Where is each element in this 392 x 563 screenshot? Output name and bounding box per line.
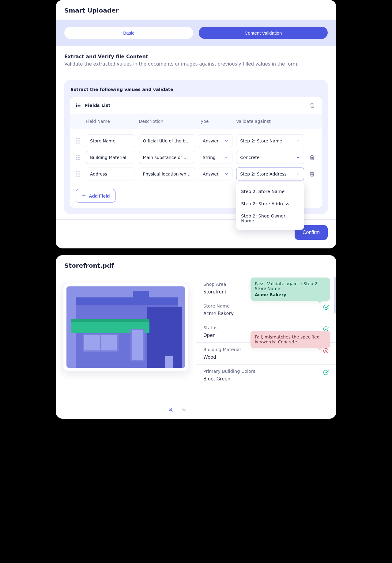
extract-panel: Extract the following values and validat… [64,80,328,214]
chevron-down-icon [296,139,300,143]
pass-callout-highlight: Acme Bakery [255,292,326,297]
svg-point-0 [76,104,77,104]
plus-icon [81,193,86,198]
chevron-down-icon [224,139,228,143]
validate-select[interactable]: Concrete [236,151,304,164]
doc-header: Storefront.pdf [56,255,336,275]
pass-callout-text: Pass, Validate againt : Step 2: Store Na… [255,281,319,291]
doc-thumbnail[interactable] [63,283,188,371]
fail-callout-text: Fail, mismatches the specified keywords:… [255,334,320,344]
doc-split: Pass, Validate againt : Step 2: Store Na… [56,275,336,419]
delete-row-button[interactable] [308,170,316,178]
dropdown-option[interactable]: Step 2: Store Address [236,198,304,210]
field-description-input[interactable]: Physical location where… [139,168,195,180]
dropdown-option[interactable]: Step 2: Store Name [236,185,304,198]
results-pane: Pass, Validate againt : Step 2: Store Na… [196,275,336,419]
panel-title: Extract the following values and validat… [70,87,322,92]
doc-title: Storefront.pdf [64,262,328,269]
tab-basic[interactable]: Basic [64,27,193,39]
x-circle-icon [323,348,329,354]
add-field-button[interactable]: Add Field [76,189,115,202]
trash-icon [309,171,315,177]
validate-select[interactable]: Step 2: Store Name [236,134,304,147]
col-field-name: Field Name [86,119,135,124]
fields-rows: Store Name Official title of the busi… A… [70,129,322,186]
check-circle-icon [323,304,329,310]
fields-columns: . Field Name Description Type Validate a… [70,114,322,129]
chevron-down-icon [296,172,300,176]
svg-line-12 [185,410,186,411]
drag-handle[interactable] [76,171,80,177]
app-title: Smart Uploader [64,7,328,14]
zoom-controls [63,393,188,414]
section-title: Extract and Verify file Content [64,54,328,59]
fields-list-label: Fields List [85,103,111,108]
trash-icon [309,155,315,160]
result-value: Wood [203,354,329,360]
list-icon [76,103,81,108]
zoom-in-button[interactable] [180,405,188,414]
fields-box: Fields List . Field Name Description Typ… [70,97,322,208]
chevron-down-icon [224,155,228,160]
zoom-in-icon [182,406,187,413]
uploader-tabs: Basic Content Validation [56,20,336,46]
col-type: Type [199,119,232,124]
field-description-input[interactable]: Official title of the busi… [139,134,195,147]
field-name-input[interactable]: Address [86,168,135,180]
svg-point-2 [76,105,77,106]
col-validate: Validate against [236,119,304,124]
validate-select[interactable]: Step 2: Store Address [236,168,304,180]
table-row: Store Name Official title of the busi… A… [70,132,322,150]
table-row: Address Physical location where… Answer … [70,166,322,183]
svg-point-4 [76,107,77,107]
field-type-select[interactable]: Answer [199,168,232,180]
check-circle-icon [323,369,329,376]
fields-head: Fields List [70,97,322,114]
result-label: Primary Building Colors [203,369,329,374]
section-intro: Extract and Verify file Content Validate… [56,46,336,72]
result-value: Acme Bakery [203,311,329,316]
table-row: Building Material Main substance or mat…… [70,150,322,166]
chevron-down-icon [296,155,300,160]
fields-delete-all[interactable] [308,101,316,109]
uploader-card: Smart Uploader Basic Content Validation … [56,0,336,248]
field-name-input[interactable]: Building Material [86,151,135,164]
app-header: Smart Uploader [56,0,336,20]
result-row: Store Name Acme Bakery [196,299,336,321]
pass-callout: Pass, Validate againt : Step 2: Store Na… [251,278,330,301]
results-scrollbar[interactable] [334,275,336,419]
section-description: Validate the extracted values in the doc… [64,61,328,67]
tab-content-validation[interactable]: Content Validation [199,27,328,39]
drag-handle[interactable] [76,155,80,160]
drag-handle[interactable] [76,138,80,144]
result-label: Status [203,325,329,330]
document-card: Storefront.pdf [56,255,336,419]
result-row: Primary Building Colors Blue, Green [196,365,336,386]
col-description: Description [139,119,195,124]
dropdown-option[interactable]: Step 2: Shop Owner Name [236,210,304,227]
zoom-out-button[interactable] [166,405,175,414]
chevron-down-icon [224,172,228,176]
field-type-select[interactable]: String [199,151,232,164]
result-value: Blue, Green [203,376,329,382]
doc-preview-pane [56,275,196,419]
fail-callout: Fail, mismatches the specified keywords:… [251,331,330,348]
field-name-input[interactable]: Store Name [86,134,135,147]
validate-dropdown: Step 2: Store NameStep 2: Store AddressS… [236,182,304,230]
add-field-label: Add Field [89,193,110,198]
field-type-select[interactable]: Answer [199,134,232,147]
storefront-illustration [66,286,185,368]
delete-row-button[interactable] [308,153,316,161]
trash-icon [310,103,315,108]
svg-line-9 [172,410,172,411]
field-description-input[interactable]: Main substance or mat… [139,151,195,164]
result-label: Store Name [203,304,329,308]
zoom-out-icon [168,406,173,413]
